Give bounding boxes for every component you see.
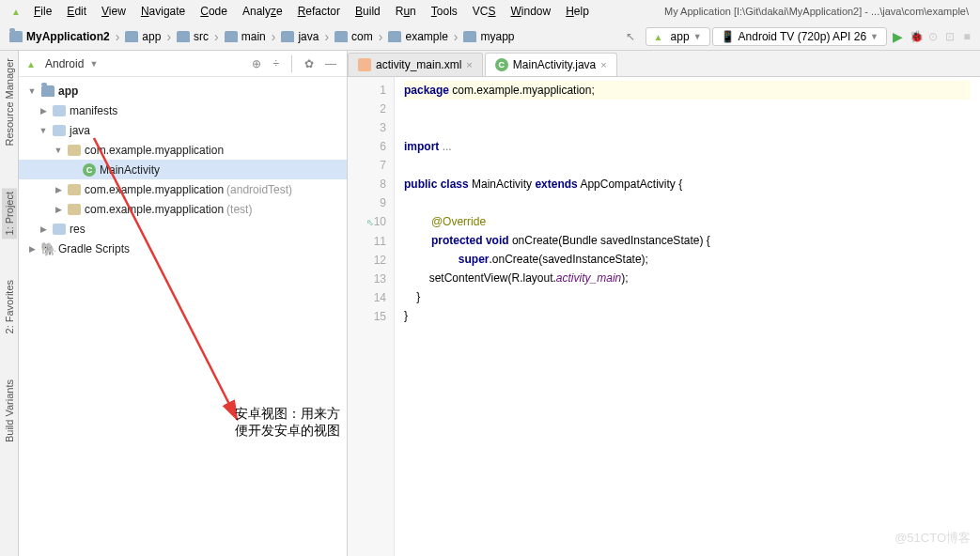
close-icon[interactable]: × [600,59,606,70]
gear-icon[interactable]: ✿ [302,57,317,70]
tree-pkg-main[interactable]: ▼com.example.myapplication [19,140,347,160]
gutter: 1236789⬁101112131415 [348,77,395,556]
sync-icon[interactable]: ↖ [623,29,638,44]
rail-resource-manager[interactable]: Resource Manager [2,54,17,150]
tree-manifests[interactable]: ▶manifests [19,100,347,120]
code-area[interactable]: 1236789⬁101112131415 package com.example… [348,77,980,556]
menu-navigate[interactable]: Navigate [135,3,191,20]
menu-refactor[interactable]: Refactor [292,3,346,20]
chevron-down-icon[interactable]: ▼ [89,59,98,69]
run-button[interactable]: ▶ [889,29,907,44]
rail-project[interactable]: 1: Project [2,188,17,239]
tab-activity-main[interactable]: activity_main.xml× [348,53,483,76]
tree-gradle[interactable]: ▶🐘Gradle Scripts [19,239,347,258]
menu-build[interactable]: Build [350,3,386,20]
annotation-text: 安卓视图：用来方便开发安卓的视图 [235,406,347,440]
tree-java[interactable]: ▼java [19,120,347,140]
menu-edit[interactable]: Edit [61,3,92,20]
crumb-src[interactable]: src [173,28,212,45]
run-config-selector[interactable]: app▼ [646,27,710,46]
menu-code[interactable]: Code [194,3,233,20]
menu-help[interactable]: Help [560,3,595,20]
window-title: My Application [I:\Git\dakai\MyApplicati… [664,6,969,17]
class-icon: C [495,58,508,71]
menu-run[interactable]: Run [390,3,422,20]
crumb-com[interactable]: com [331,28,377,45]
tree-app[interactable]: ▼app [19,81,347,100]
menu-analyze[interactable]: Analyze [237,3,288,20]
hide-icon[interactable]: — [322,57,339,70]
android-studio-icon [11,5,24,18]
editor-pane: activity_main.xml× CMainActivity.java× 1… [348,51,980,556]
toolbar: MyApplication2› app› src› main› java› co… [0,23,980,51]
close-icon[interactable]: × [466,59,472,70]
attach-button[interactable]: ⊡ [942,29,957,44]
menu-view[interactable]: View [96,3,132,20]
device-selector[interactable]: 📱Android TV (720p) API 26▼ [712,27,887,46]
tree-mainactivity[interactable]: CMainActivity [19,160,347,179]
profile-button[interactable]: ⊙ [926,29,941,44]
project-tree: ▼app ▶manifests ▼java ▼com.example.myapp… [19,77,347,556]
tree-pkg-test[interactable]: ▶com.example.myapplication (test) [19,199,347,219]
project-sidebar: Android ▼ ⊕ ÷ ✿ — ▼app ▶manifests ▼java … [19,51,348,556]
rail-build-variants[interactable]: Build Variants [2,376,17,446]
editor-tabs: activity_main.xml× CMainActivity.java× [348,51,980,77]
crumb-app[interactable]: app [121,28,164,45]
stop-button[interactable]: ■ [959,29,974,44]
crumb-example[interactable]: example [384,28,451,45]
menu-window[interactable]: Window [505,3,556,20]
code-content[interactable]: package com.example.myapplication; impor… [395,77,980,556]
crumb-main[interactable]: main [221,28,270,45]
xml-icon [358,58,371,71]
sidebar-view-label[interactable]: Android [45,57,84,70]
left-tool-rail: Resource Manager 1: Project 2: Favorites… [0,51,19,556]
tree-pkg-androidtest[interactable]: ▶com.example.myapplication (androidTest) [19,179,347,199]
tab-mainactivity[interactable]: CMainActivity.java× [485,53,617,76]
menu-vcs[interactable]: VCS [467,3,502,20]
tree-res[interactable]: ▶res [19,219,347,239]
crumb-java[interactable]: java [277,28,322,45]
debug-button[interactable]: 🐞 [909,29,924,44]
menu-bar: File Edit View Navigate Code Analyze Ref… [0,0,980,23]
target-icon[interactable]: ⊕ [249,57,264,70]
menu-file[interactable]: File [28,3,57,20]
watermark: @51CTO博客 [894,530,971,547]
sidebar-header: Android ▼ ⊕ ÷ ✿ — [19,51,347,77]
rail-favorites[interactable]: 2: Favorites [2,276,17,337]
android-view-icon [26,57,39,70]
crumb-project[interactable]: MyApplication2 [6,28,114,45]
filter-icon[interactable]: ÷ [270,57,282,70]
menu-tools[interactable]: Tools [426,3,463,20]
crumb-myapp[interactable]: myapp [459,28,518,45]
